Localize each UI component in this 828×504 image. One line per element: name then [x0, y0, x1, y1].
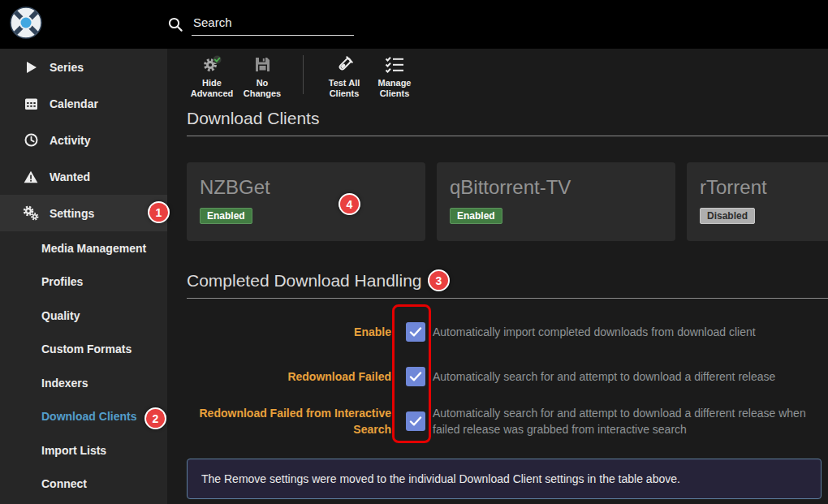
app-logo[interactable]	[0, 6, 167, 42]
hide-advanced-button[interactable]: Hide Advanced	[187, 54, 237, 99]
gears-icon	[22, 205, 40, 221]
client-card-title: NZBGet	[200, 176, 412, 199]
sidebar-item-label: Activity	[50, 134, 91, 147]
search-input[interactable]	[192, 13, 354, 36]
sidebar-subitem-label: Indexers	[41, 377, 88, 390]
sidebar-item-label: Series	[50, 61, 84, 74]
warning-icon	[22, 170, 40, 183]
sidebar-item-label: Wanted	[50, 170, 90, 183]
toolbar-label: No Changes	[244, 78, 281, 98]
toolbar: Hide Advanced No Changes	[187, 49, 828, 97]
search-icon	[167, 16, 183, 32]
download-clients-section-title: Download Clients	[187, 109, 828, 136]
form-row-redownload-interactive: Redownload Failed from Interactive Searc…	[187, 398, 828, 443]
sidebar-subitem-import-lists[interactable]: Import Lists	[0, 433, 167, 467]
search-bar	[167, 13, 354, 36]
annotation-badge-3: 3	[428, 269, 450, 291]
client-card-title: qBittorrent-TV	[450, 176, 662, 199]
sidebar-subitem-label: Quality	[41, 309, 80, 322]
sidebar: Series Calendar Activit	[0, 49, 167, 504]
test-all-clients-button[interactable]: Test All Clients	[319, 54, 369, 99]
sidebar-subitem-profiles[interactable]: Profiles	[0, 265, 167, 299]
manage-clients-button[interactable]: Manage Clients	[369, 54, 420, 99]
sidebar-item-activity[interactable]: Activity	[0, 122, 167, 158]
client-card-title: rTorrent	[700, 176, 828, 199]
annotation-badge-4: 4	[339, 193, 360, 215]
sidebar-subitem-label: Custom Formats	[41, 342, 132, 355]
sidebar-subitem-label: Profiles	[41, 275, 83, 288]
sidebar-subitem-label: Import Lists	[41, 444, 106, 457]
manage-list-icon	[369, 54, 420, 75]
toolbar-separator	[303, 55, 304, 94]
sidebar-item-label: Calendar	[50, 97, 98, 110]
sidebar-item-settings[interactable]: Settings	[0, 195, 167, 231]
sidebar-item-label: Settings	[50, 207, 94, 220]
redownload-interactive-help-text: Automatically search for and attempt to …	[433, 405, 828, 437]
annotation-badge-2: 2	[144, 407, 166, 429]
sidebar-item-series[interactable]: Series	[0, 49, 167, 85]
clock-icon	[22, 133, 40, 147]
status-badge: Enabled	[450, 208, 502, 224]
redownload-failed-help-text: Automatically search for and attempt to …	[433, 368, 775, 385]
test-tube-icon	[319, 54, 369, 75]
client-card-rtorrent[interactable]: rTorrent Disabled	[687, 162, 828, 241]
info-alert-text: The Remove settings were moved to the in…	[201, 472, 680, 485]
form-row-enable: Enable Automatically import completed do…	[187, 309, 828, 354]
enable-help-text: Automatically import completed downloads…	[433, 324, 756, 340]
annotation-badge-1: 1	[148, 201, 170, 223]
toolbar-label: Manage Clients	[378, 78, 412, 98]
calendar-icon	[22, 97, 40, 110]
sidebar-item-calendar[interactable]: Calendar	[0, 85, 167, 122]
sidebar-subitem-quality[interactable]: Quality	[0, 299, 167, 333]
no-changes-save-button[interactable]: No Changes	[237, 54, 287, 99]
play-icon	[22, 61, 40, 74]
sidebar-subitem-download-clients[interactable]: Download Clients	[0, 400, 167, 434]
cdh-form: Enable Automatically import completed do…	[187, 309, 828, 443]
redownload-interactive-label: Redownload Failed from Interactive Searc…	[187, 405, 391, 437]
status-badge: Enabled	[200, 208, 252, 224]
info-alert: The Remove settings were moved to the in…	[187, 459, 822, 499]
download-client-cards: NZBGet Enabled qBittorrent-TV Enabled rT…	[187, 162, 828, 241]
top-bar	[0, 0, 828, 49]
client-card-nzbget[interactable]: NZBGet Enabled	[187, 162, 425, 241]
redownload-failed-label: Redownload Failed	[187, 368, 391, 385]
toolbar-label: Hide Advanced	[191, 78, 234, 98]
toolbar-label: Test All Clients	[329, 78, 360, 98]
enable-label: Enable	[187, 324, 391, 340]
redownload-failed-checkbox[interactable]	[406, 367, 425, 386]
sidebar-subitem-media-management[interactable]: Media Management	[0, 231, 167, 265]
sidebar-subitem-indexers[interactable]: Indexers	[0, 366, 167, 400]
client-card-qbittorrent-tv[interactable]: qBittorrent-TV Enabled	[437, 162, 675, 241]
sidebar-subitem-label: Connect	[41, 477, 87, 490]
save-icon	[237, 54, 287, 75]
sidebar-subitem-custom-formats[interactable]: Custom Formats	[0, 333, 167, 367]
cdh-section-title: Completed Download Handling	[187, 271, 828, 299]
form-row-redownload-failed: Redownload Failed Automatically search f…	[187, 354, 828, 398]
sidebar-item-wanted[interactable]: Wanted	[0, 158, 167, 195]
status-badge: Disabled	[700, 208, 755, 224]
sidebar-subitem-label: Media Management	[41, 242, 146, 255]
sonarr-logo-icon	[10, 28, 42, 41]
redownload-interactive-checkbox[interactable]	[406, 411, 425, 431]
enable-checkbox[interactable]	[406, 322, 425, 342]
sidebar-subitem-connect[interactable]: Connect	[0, 467, 167, 502]
main-content: Hide Advanced No Changes	[167, 49, 828, 504]
sidebar-subitem-label: Download Clients	[41, 410, 136, 423]
advanced-gear-check-icon	[187, 54, 237, 75]
